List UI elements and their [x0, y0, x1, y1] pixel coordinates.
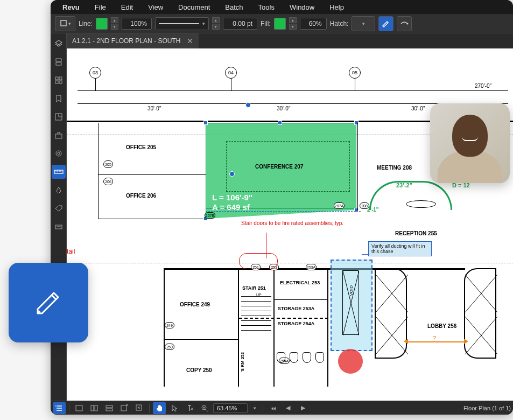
- dimension: 30'-0": [411, 106, 425, 111]
- room-storage-253a: STORAGE 253A: [278, 306, 314, 311]
- dimension-query[interactable]: [408, 341, 464, 342]
- panel-list-icon[interactable]: [53, 402, 66, 414]
- toolbox-icon[interactable]: [52, 128, 66, 142]
- svg-text:A: A: [191, 407, 193, 411]
- line-style-dropdown[interactable]: ▾: [155, 17, 209, 30]
- arc-table: [406, 200, 436, 208]
- selection-handle[interactable]: [203, 121, 208, 125]
- select-tool-icon[interactable]: [168, 402, 181, 414]
- sync-view-icon[interactable]: [133, 402, 146, 414]
- size-field[interactable]: 0.00 pt: [223, 18, 257, 30]
- pen-tool-icon[interactable]: [52, 183, 66, 197]
- selection-handle[interactable]: [278, 121, 282, 125]
- fill-color-swatch[interactable]: [274, 18, 286, 30]
- svg-rect-5: [59, 77, 62, 80]
- room-meeting-208: MEETING 208: [377, 165, 412, 171]
- wall-dashed: [239, 318, 328, 319]
- menubar: Revu File Edit View Document Batch Tools…: [51, 0, 513, 14]
- center-handle[interactable]: [229, 171, 235, 177]
- menu-help[interactable]: Help: [322, 1, 352, 13]
- room-electrical-253: ELECTRICAL 253: [280, 280, 320, 286]
- split-horizontal-icon[interactable]: [103, 402, 116, 414]
- menu-view[interactable]: View: [140, 1, 171, 13]
- text-select-icon[interactable]: A: [183, 402, 196, 414]
- plumbing-fixtures: [273, 349, 360, 370]
- tag-icon[interactable]: [52, 201, 66, 215]
- highlight-tool[interactable]: [378, 16, 393, 31]
- room-office-249: OFFICE 249: [180, 302, 210, 307]
- markup-tool-card[interactable]: [9, 263, 88, 342]
- measurement-length: L = 106'-9": [212, 193, 252, 202]
- bookmarks-icon[interactable]: [52, 92, 66, 106]
- next-page-icon[interactable]: ▶: [297, 402, 310, 414]
- door-tag-253a: 253A: [306, 264, 317, 270]
- fill-pct-field[interactable]: 60%: [300, 18, 327, 30]
- prev-page-icon[interactable]: ◀: [282, 402, 294, 414]
- split-vertical-icon[interactable]: [88, 402, 101, 414]
- svg-point-1: [407, 23, 409, 24]
- door-tag-207a: 207A: [334, 202, 345, 209]
- menu-tools[interactable]: Tools: [251, 1, 282, 13]
- menu-file[interactable]: File: [87, 1, 114, 13]
- door-tag-250: 250: [165, 344, 174, 350]
- tab-bar: A1.2.1 - 2ND FLOOR PLAN - SOUTH ✕: [67, 33, 513, 48]
- app-window: Revu File Edit View Document Batch Tools…: [51, 0, 513, 415]
- svg-rect-26: [91, 405, 94, 411]
- grid-line: [95, 79, 96, 90]
- menu-batch[interactable]: Batch: [217, 1, 250, 13]
- door-tag-249: 249: [165, 322, 174, 328]
- keyboard-icon[interactable]: [52, 220, 66, 234]
- grid-marker-03: 03: [89, 67, 101, 79]
- grid-view-icon[interactable]: [52, 73, 66, 87]
- elevator-shaft: [375, 268, 407, 359]
- line-width-spinner[interactable]: ▴▾: [111, 17, 118, 30]
- drawing-canvas[interactable]: 03 04 05 270'-0" 30'-0" 30'-0" 30'-0": [67, 48, 513, 401]
- zoom-field[interactable]: [213, 403, 248, 413]
- stair-treads: [241, 296, 271, 345]
- sheet-indicator: Floor Plan (1 of 1): [463, 405, 511, 411]
- settings-icon[interactable]: [52, 146, 66, 160]
- new-view-icon[interactable]: [118, 402, 131, 414]
- tab-close-icon[interactable]: ✕: [187, 37, 193, 45]
- layers-icon[interactable]: [52, 37, 66, 51]
- fill-spinner[interactable]: ▴▾: [289, 17, 297, 30]
- svg-rect-9: [55, 134, 62, 138]
- snap-tool[interactable]: [397, 16, 412, 31]
- pan-tool-icon[interactable]: [153, 402, 166, 414]
- tab-title: A1.2.1 - 2ND FLOOR PLAN - SOUTH: [72, 37, 180, 45]
- line-width-field[interactable]: 100%: [122, 18, 152, 30]
- dimension: 30'-0": [277, 106, 290, 111]
- grid-line: [355, 79, 355, 90]
- line-color-swatch[interactable]: [96, 18, 108, 30]
- arrow-right-icon: [464, 339, 468, 344]
- menu-document[interactable]: Document: [171, 1, 217, 13]
- svg-rect-28: [106, 405, 113, 408]
- split-none-icon[interactable]: [73, 402, 86, 414]
- wall: [98, 123, 99, 219]
- svg-point-11: [58, 152, 60, 155]
- measurements-icon[interactable]: [52, 165, 66, 179]
- zoom-tool-icon[interactable]: [198, 402, 211, 414]
- zoom-dropdown-icon[interactable]: ▾: [250, 402, 259, 414]
- room-conference-207: CONFERENCE 207: [255, 164, 303, 170]
- document-tab[interactable]: A1.2.1 - 2ND FLOOR PLAN - SOUTH ✕: [67, 33, 199, 48]
- arc-left-dim: 2'-1": [367, 207, 379, 213]
- menu-revu[interactable]: Revu: [55, 1, 87, 13]
- first-page-icon[interactable]: ⏮: [266, 402, 279, 414]
- menu-edit[interactable]: Edit: [114, 1, 140, 13]
- rotation-handle[interactable]: [245, 102, 251, 108]
- svg-rect-7: [59, 81, 62, 83]
- menu-window[interactable]: Window: [282, 1, 322, 13]
- ducting-callout[interactable]: Verify all ducting will fit in this chas…: [368, 241, 432, 256]
- hatch-dropdown[interactable]: ▾: [352, 16, 375, 31]
- corridor-line: [67, 263, 513, 263]
- size-spinner[interactable]: ▴▾: [212, 17, 220, 30]
- spaces-icon[interactable]: [52, 110, 66, 124]
- user-avatar[interactable]: [430, 103, 510, 183]
- selection-guide: [206, 211, 361, 212]
- room-rm-252: 'S RM 252: [240, 352, 245, 372]
- shape-tool-dropdown[interactable]: ▾: [55, 16, 75, 31]
- thumbnails-icon[interactable]: [52, 55, 66, 69]
- hatch-label: Hatch:: [330, 20, 349, 27]
- arrow-left-icon: [404, 339, 408, 344]
